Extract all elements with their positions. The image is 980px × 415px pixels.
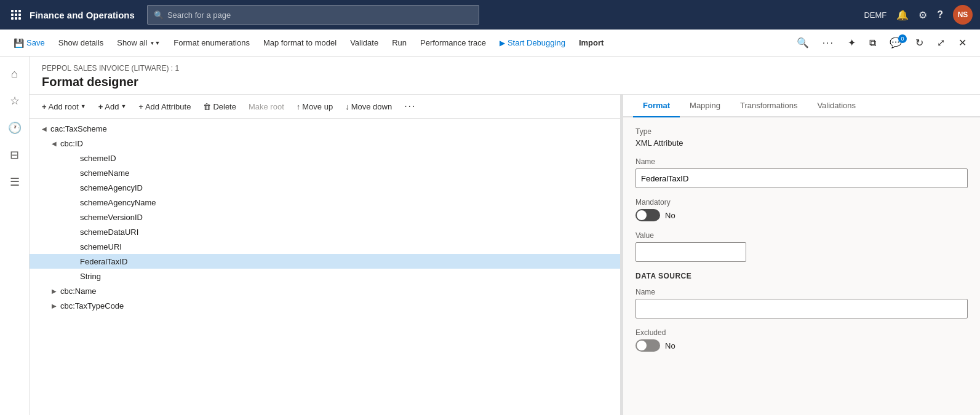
more-options-button[interactable]: ··· [399,98,421,114]
waffle-menu-icon[interactable] [7,6,25,23]
settings-icon[interactable]: ⚙ [918,9,927,21]
tree-content: ◀ cac:TaxScheme ◀ cbc:ID schemeID [30,119,620,315]
tree-panel: + Add root ▼ + Add ▼ + Add Attribute � [30,95,621,415]
value-input[interactable] [635,242,746,262]
delete-button[interactable]: 🗑 Delete [198,100,241,114]
name-label: Name [635,157,968,166]
tree-node-schemeagencyname[interactable]: schemeAgencyName [30,195,620,210]
pin-button[interactable]: ✦ [842,33,862,52]
extension-button[interactable]: ⧉ [863,34,882,52]
action-bar: 💾 Save Show details Show all ▼ Format en… [0,30,980,57]
format-enumerations-button[interactable]: Format enumerations [167,34,256,51]
tree-node-cbc-name[interactable]: ▶ cbc:Name [30,283,620,298]
user-env: DEMF [864,10,886,20]
run-button[interactable]: Run [386,34,413,51]
start-debugging-button[interactable]: ▶ Start Debugging [493,34,572,51]
datasource-name-input[interactable] [635,299,968,318]
show-all-button[interactable]: Show all ▼ [111,34,166,51]
mandatory-toggle-label: No [665,211,675,220]
open-new-window-button[interactable]: ⤢ [931,33,951,52]
move-down-icon: ↓ [345,102,349,111]
tree-node-cac-taxscheme[interactable]: ◀ cac:TaxScheme [30,121,620,136]
search-action-button[interactable]: 🔍 [791,33,815,52]
make-root-button[interactable]: Make root [244,100,289,114]
validate-button[interactable]: Validate [344,34,384,51]
page-title: Format designer [42,75,968,89]
save-button[interactable]: 💾 Save [7,34,51,52]
type-group: Type XML Attribute [635,127,968,148]
save-icon: 💾 [14,38,24,48]
refresh-button[interactable]: ↻ [909,33,930,52]
tree-node-schemeuri[interactable]: schemeURI [30,239,620,254]
sidebar-item-modules[interactable]: ☰ [2,170,27,194]
tab-validations[interactable]: Validations [807,95,866,117]
notification-badge-button[interactable]: 💬 0 [883,33,908,52]
add-chevron: ▼ [121,103,126,109]
notifications-icon[interactable]: 🔔 [896,9,909,21]
excluded-toggle-row: No [635,339,968,352]
tab-format[interactable]: Format [633,95,680,117]
tab-transformations[interactable]: Transformations [730,95,807,117]
tab-mapping[interactable]: Mapping [680,95,730,117]
value-label: Value [635,231,968,240]
sidebar-item-recent[interactable]: 🕐 [2,116,27,140]
user-avatar[interactable]: NS [953,5,973,25]
add-button[interactable]: + Add ▼ [94,100,132,114]
mandatory-toggle[interactable] [635,209,660,221]
tree-node-federaltaxid[interactable]: FederalTaxID [30,254,620,269]
cbc-taxtypecode-toggle[interactable]: ▶ [49,301,59,310]
sidebar: ⌂ ☆ 🕐 ⊟ ☰ [0,57,30,415]
tree-node-cbc-taxtypecode[interactable]: ▶ cbc:TaxTypeCode [30,298,620,313]
move-up-button[interactable]: ↑ Move up [292,100,338,114]
breadcrumb: PEPPOL SALES INVOICE (LITWARE) : 1 [42,64,968,73]
add-attribute-button[interactable]: + Add Attribute [133,100,196,114]
search-bar[interactable]: 🔍 Search for a page [147,5,479,25]
sidebar-item-favorites[interactable]: ☆ [2,89,27,113]
cbc-id-toggle[interactable]: ◀ [49,138,59,148]
help-icon[interactable]: ? [937,9,943,20]
more-actions-button[interactable]: ··· [816,34,840,52]
close-button[interactable]: ✕ [952,33,973,52]
performance-trace-button[interactable]: Performance trace [414,34,492,51]
tree-node-schemedatauri[interactable]: schemeDataURI [30,224,620,239]
nav-right: DEMF 🔔 ⚙ ? NS [864,5,973,25]
excluded-group: Excluded No [635,328,968,352]
tree-node-schemeversionid[interactable]: schemeVersionID [30,210,620,224]
sidebar-item-home[interactable]: ⌂ [2,61,27,86]
properties-form: Type XML Attribute Name Mandatory [623,117,980,371]
designer-area: + Add root ▼ + Add ▼ + Add Attribute � [30,95,980,415]
excluded-toggle[interactable] [635,339,660,352]
tree-node-schemeagencyid[interactable]: schemeAgencyID [30,180,620,195]
cbc-name-toggle[interactable]: ▶ [49,286,59,296]
top-nav-bar: Finance and Operations 🔍 Search for a pa… [0,0,980,30]
import-button[interactable]: Import [573,34,610,51]
tree-node-string[interactable]: String [30,269,620,283]
map-format-to-model-button[interactable]: Map format to model [257,34,343,51]
mandatory-group: Mandatory No [635,198,968,221]
content-area: PEPPOL SALES INVOICE (LITWARE) : 1 Forma… [30,57,980,415]
excluded-toggle-label: No [665,341,675,350]
tree-node-schemename[interactable]: schemeName [30,165,620,180]
show-all-dropdown-icon: ▼ [150,40,161,46]
add-root-button[interactable]: + Add root ▼ [37,100,91,114]
app-title: Finance and Operations [30,10,135,20]
page-header: PEPPOL SALES INVOICE (LITWARE) : 1 Forma… [30,57,980,95]
datasource-name-group: Name [635,288,968,318]
add-root-icon: + [42,102,47,111]
debug-icon: ▶ [500,39,505,47]
properties-panel: Format Mapping Transformations Validatio… [623,95,980,415]
name-input[interactable] [635,168,968,188]
cac-taxscheme-toggle[interactable]: ◀ [39,124,49,133]
tree-toolbar: + Add root ▼ + Add ▼ + Add Attribute � [30,95,620,119]
add-root-chevron: ▼ [81,103,86,109]
tab-strip: Format Mapping Transformations Validatio… [623,95,980,117]
search-icon: 🔍 [154,10,164,20]
add-attribute-icon: + [138,102,143,111]
show-details-button[interactable]: Show details [52,34,110,51]
add-icon: + [98,102,103,111]
tree-node-schemeid[interactable]: schemeID [30,151,620,165]
tree-node-cbc-id[interactable]: ◀ cbc:ID [30,136,620,151]
move-down-button[interactable]: ↓ Move down [340,100,397,114]
datasource-name-label: Name [635,288,968,296]
sidebar-item-workspace[interactable]: ⊟ [2,143,27,167]
